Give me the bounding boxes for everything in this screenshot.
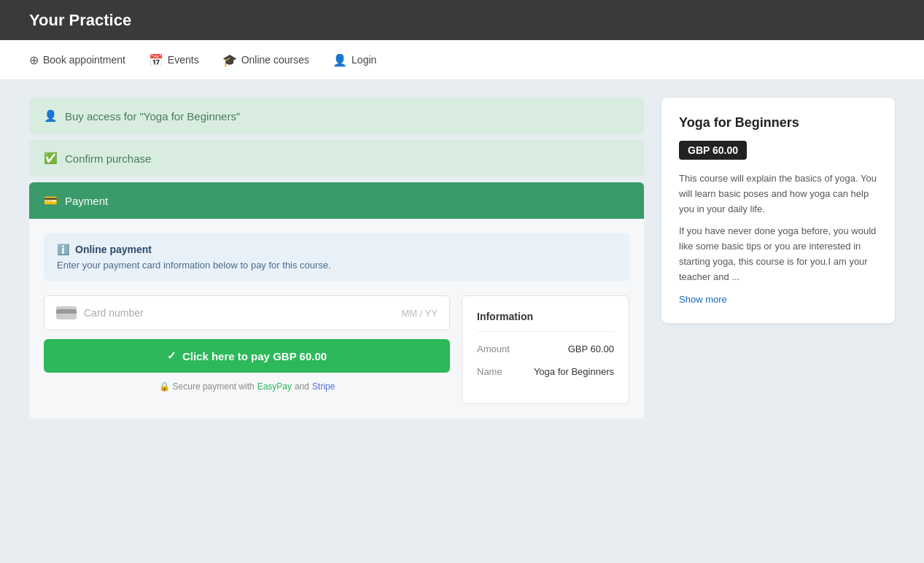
buy-access-label: Buy access for "Yoga for Beginners" [65, 110, 240, 123]
price-badge: GBP 60.00 [679, 141, 747, 160]
checkmark-icon: ✅ [44, 152, 58, 165]
info-icon: ℹ️ [57, 244, 69, 255]
show-more-link[interactable]: Show more [679, 294, 727, 305]
main-content: 👤 Buy access for "Yoga for Beginners" ✅ … [0, 80, 924, 436]
site-title: Your Practice [29, 11, 131, 30]
online-payment-desc: Enter your payment card information belo… [57, 260, 616, 271]
person-add-icon: 👤 [44, 109, 58, 123]
nav-login-label: Login [352, 54, 376, 66]
confirm-purchase-label: Confirm purchase [65, 152, 151, 165]
nav-login[interactable]: 👤 Login [333, 53, 376, 67]
card-number-left: Card number [56, 306, 144, 319]
nav-online-courses[interactable]: 🎓 Online courses [222, 53, 309, 67]
info-box-header: ℹ️ Online payment [57, 244, 616, 255]
card-expiry-placeholder: MM / YY [401, 308, 438, 319]
name-label: Name [477, 366, 502, 377]
nav-events-label: Events [168, 54, 199, 66]
card-stripe-icon [56, 306, 77, 319]
graduation-icon: 🎓 [222, 53, 237, 67]
navigation: ⊕ Book appointment 📅 Events 🎓 Online cou… [0, 40, 924, 80]
course-desc-2: If you have never done yoga before, you … [679, 224, 877, 284]
confirm-purchase-header[interactable]: ✅ Confirm purchase [29, 140, 644, 176]
information-panel: Information Amount GBP 60.00 Name Yoga f… [462, 295, 629, 404]
plus-circle-icon: ⊕ [29, 53, 39, 67]
credit-card-icon: 💳 [44, 194, 58, 207]
online-payment-info-box: ℹ️ Online payment Enter your payment car… [44, 233, 629, 281]
left-column: 👤 Buy access for "Yoga for Beginners" ✅ … [29, 98, 644, 419]
buy-access-section: 👤 Buy access for "Yoga for Beginners" [29, 98, 644, 134]
payment-body: ℹ️ Online payment Enter your payment car… [29, 219, 644, 419]
stripe-link[interactable]: Stripe [312, 381, 335, 392]
secure-label: Secure payment with [173, 381, 255, 392]
right-column: Yoga for Beginners GBP 60.00 This course… [661, 98, 895, 419]
card-number-placeholder: Card number [84, 307, 144, 319]
calendar-icon: 📅 [149, 53, 163, 67]
nav-book-appointment[interactable]: ⊕ Book appointment [29, 53, 125, 67]
card-number-field[interactable]: Card number MM / YY [44, 295, 450, 330]
checkmark-pay-icon: ✓ [167, 349, 176, 362]
nav-book-appointment-label: Book appointment [43, 54, 125, 66]
card-input-area: Card number MM / YY ✓ Click here to pay … [44, 295, 450, 404]
name-value: Yoga for Beginners [534, 366, 614, 377]
secure-payment-text: 🔒 Secure payment with EasyPay and Stripe [44, 381, 450, 392]
course-desc-1: This course will explain the basics of y… [679, 171, 877, 217]
easypay-link[interactable]: EasyPay [257, 381, 292, 392]
header: Your Practice [0, 0, 924, 40]
amount-row: Amount GBP 60.00 [477, 343, 614, 354]
amount-label: Amount [477, 343, 510, 354]
pay-button-label: Click here to pay GBP 60.00 [182, 350, 327, 362]
payment-form-row: Card number MM / YY ✓ Click here to pay … [44, 295, 629, 404]
person-icon: 👤 [333, 53, 347, 67]
name-row: Name Yoga for Beginners [477, 366, 614, 377]
lock-icon: 🔒 [159, 381, 170, 392]
nav-events[interactable]: 📅 Events [149, 53, 199, 67]
amount-value: GBP 60.00 [568, 343, 614, 354]
payment-section: 💳 Payment ℹ️ Online payment Enter your p… [29, 182, 644, 419]
confirm-purchase-section: ✅ Confirm purchase [29, 140, 644, 176]
buy-access-header[interactable]: 👤 Buy access for "Yoga for Beginners" [29, 98, 644, 134]
info-panel-title: Information [477, 311, 614, 332]
and-text: and [295, 381, 309, 392]
payment-header: 💳 Payment [29, 182, 644, 219]
course-title: Yoga for Beginners [679, 115, 877, 131]
online-payment-title: Online payment [75, 244, 152, 255]
pay-button[interactable]: ✓ Click here to pay GBP 60.00 [44, 339, 450, 373]
course-card: Yoga for Beginners GBP 60.00 This course… [661, 98, 895, 323]
nav-online-courses-label: Online courses [241, 54, 309, 66]
payment-label: Payment [65, 195, 108, 207]
